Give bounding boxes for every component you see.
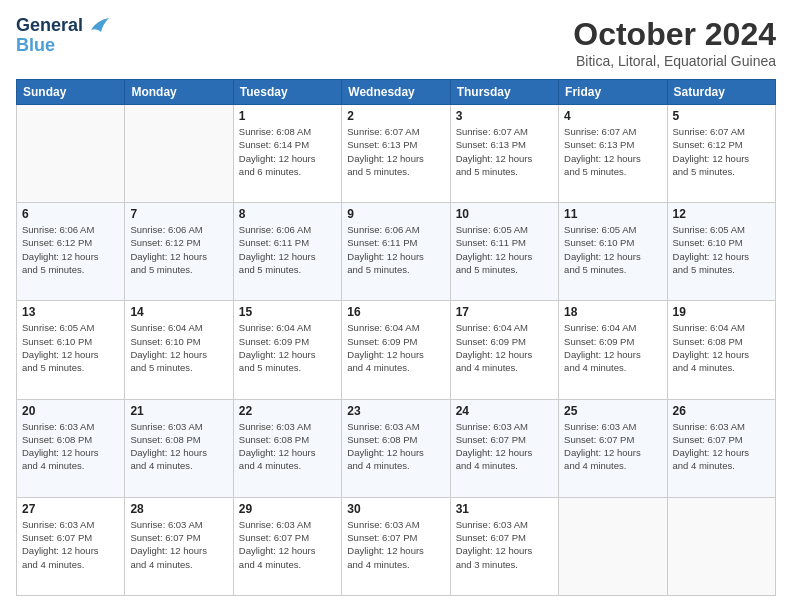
day-header-monday: Monday — [125, 80, 233, 105]
day-info: Sunrise: 6:03 AM Sunset: 6:07 PM Dayligh… — [564, 420, 661, 473]
calendar-cell: 5Sunrise: 6:07 AM Sunset: 6:12 PM Daylig… — [667, 105, 775, 203]
day-info: Sunrise: 6:03 AM Sunset: 6:07 PM Dayligh… — [130, 518, 227, 571]
calendar-cell: 18Sunrise: 6:04 AM Sunset: 6:09 PM Dayli… — [559, 301, 667, 399]
calendar-cell: 19Sunrise: 6:04 AM Sunset: 6:08 PM Dayli… — [667, 301, 775, 399]
day-info: Sunrise: 6:06 AM Sunset: 6:11 PM Dayligh… — [347, 223, 444, 276]
calendar-week-row: 27Sunrise: 6:03 AM Sunset: 6:07 PM Dayli… — [17, 497, 776, 595]
day-info: Sunrise: 6:05 AM Sunset: 6:10 PM Dayligh… — [22, 321, 119, 374]
day-number: 15 — [239, 305, 336, 319]
calendar-cell: 13Sunrise: 6:05 AM Sunset: 6:10 PM Dayli… — [17, 301, 125, 399]
calendar-cell: 15Sunrise: 6:04 AM Sunset: 6:09 PM Dayli… — [233, 301, 341, 399]
day-info: Sunrise: 6:03 AM Sunset: 6:08 PM Dayligh… — [347, 420, 444, 473]
day-info: Sunrise: 6:07 AM Sunset: 6:13 PM Dayligh… — [456, 125, 553, 178]
day-header-thursday: Thursday — [450, 80, 558, 105]
calendar-cell: 8Sunrise: 6:06 AM Sunset: 6:11 PM Daylig… — [233, 203, 341, 301]
day-header-wednesday: Wednesday — [342, 80, 450, 105]
calendar-week-row: 13Sunrise: 6:05 AM Sunset: 6:10 PM Dayli… — [17, 301, 776, 399]
calendar-header-row: SundayMondayTuesdayWednesdayThursdayFrid… — [17, 80, 776, 105]
day-number: 24 — [456, 404, 553, 418]
day-number: 3 — [456, 109, 553, 123]
day-header-tuesday: Tuesday — [233, 80, 341, 105]
day-number: 27 — [22, 502, 119, 516]
calendar-cell: 7Sunrise: 6:06 AM Sunset: 6:12 PM Daylig… — [125, 203, 233, 301]
calendar-cell: 28Sunrise: 6:03 AM Sunset: 6:07 PM Dayli… — [125, 497, 233, 595]
logo: General Blue — [16, 16, 111, 56]
day-number: 31 — [456, 502, 553, 516]
day-info: Sunrise: 6:07 AM Sunset: 6:12 PM Dayligh… — [673, 125, 770, 178]
calendar-cell: 27Sunrise: 6:03 AM Sunset: 6:07 PM Dayli… — [17, 497, 125, 595]
calendar-cell: 12Sunrise: 6:05 AM Sunset: 6:10 PM Dayli… — [667, 203, 775, 301]
day-number: 21 — [130, 404, 227, 418]
calendar-cell — [17, 105, 125, 203]
location-subtitle: Bitica, Litoral, Equatorial Guinea — [573, 53, 776, 69]
day-number: 18 — [564, 305, 661, 319]
day-number: 14 — [130, 305, 227, 319]
day-info: Sunrise: 6:03 AM Sunset: 6:07 PM Dayligh… — [347, 518, 444, 571]
calendar-cell — [559, 497, 667, 595]
day-info: Sunrise: 6:03 AM Sunset: 6:07 PM Dayligh… — [22, 518, 119, 571]
page: General Blue October 2024 Bitica, Litora… — [0, 0, 792, 612]
month-title: October 2024 — [573, 16, 776, 53]
day-number: 20 — [22, 404, 119, 418]
day-header-friday: Friday — [559, 80, 667, 105]
day-number: 10 — [456, 207, 553, 221]
calendar-cell: 30Sunrise: 6:03 AM Sunset: 6:07 PM Dayli… — [342, 497, 450, 595]
calendar-week-row: 1Sunrise: 6:08 AM Sunset: 6:14 PM Daylig… — [17, 105, 776, 203]
calendar-cell: 24Sunrise: 6:03 AM Sunset: 6:07 PM Dayli… — [450, 399, 558, 497]
day-info: Sunrise: 6:05 AM Sunset: 6:10 PM Dayligh… — [564, 223, 661, 276]
day-number: 28 — [130, 502, 227, 516]
calendar-cell: 17Sunrise: 6:04 AM Sunset: 6:09 PM Dayli… — [450, 301, 558, 399]
day-info: Sunrise: 6:08 AM Sunset: 6:14 PM Dayligh… — [239, 125, 336, 178]
day-info: Sunrise: 6:06 AM Sunset: 6:12 PM Dayligh… — [22, 223, 119, 276]
day-info: Sunrise: 6:04 AM Sunset: 6:09 PM Dayligh… — [239, 321, 336, 374]
day-header-sunday: Sunday — [17, 80, 125, 105]
day-info: Sunrise: 6:03 AM Sunset: 6:07 PM Dayligh… — [456, 518, 553, 571]
day-info: Sunrise: 6:06 AM Sunset: 6:11 PM Dayligh… — [239, 223, 336, 276]
calendar-cell: 31Sunrise: 6:03 AM Sunset: 6:07 PM Dayli… — [450, 497, 558, 595]
calendar-cell: 16Sunrise: 6:04 AM Sunset: 6:09 PM Dayli… — [342, 301, 450, 399]
logo-bird-icon — [89, 16, 111, 36]
day-number: 1 — [239, 109, 336, 123]
day-number: 17 — [456, 305, 553, 319]
day-info: Sunrise: 6:04 AM Sunset: 6:09 PM Dayligh… — [456, 321, 553, 374]
calendar-cell: 20Sunrise: 6:03 AM Sunset: 6:08 PM Dayli… — [17, 399, 125, 497]
logo-general: General — [16, 15, 83, 35]
day-number: 19 — [673, 305, 770, 319]
day-number: 6 — [22, 207, 119, 221]
day-number: 12 — [673, 207, 770, 221]
day-number: 9 — [347, 207, 444, 221]
day-number: 16 — [347, 305, 444, 319]
day-info: Sunrise: 6:04 AM Sunset: 6:08 PM Dayligh… — [673, 321, 770, 374]
day-number: 22 — [239, 404, 336, 418]
day-number: 8 — [239, 207, 336, 221]
calendar-cell: 10Sunrise: 6:05 AM Sunset: 6:11 PM Dayli… — [450, 203, 558, 301]
calendar-cell: 4Sunrise: 6:07 AM Sunset: 6:13 PM Daylig… — [559, 105, 667, 203]
day-number: 7 — [130, 207, 227, 221]
day-info: Sunrise: 6:04 AM Sunset: 6:10 PM Dayligh… — [130, 321, 227, 374]
calendar-cell: 29Sunrise: 6:03 AM Sunset: 6:07 PM Dayli… — [233, 497, 341, 595]
calendar-cell: 25Sunrise: 6:03 AM Sunset: 6:07 PM Dayli… — [559, 399, 667, 497]
day-number: 2 — [347, 109, 444, 123]
calendar-cell: 3Sunrise: 6:07 AM Sunset: 6:13 PM Daylig… — [450, 105, 558, 203]
day-number: 4 — [564, 109, 661, 123]
calendar-cell: 9Sunrise: 6:06 AM Sunset: 6:11 PM Daylig… — [342, 203, 450, 301]
day-number: 30 — [347, 502, 444, 516]
day-number: 26 — [673, 404, 770, 418]
day-info: Sunrise: 6:03 AM Sunset: 6:08 PM Dayligh… — [130, 420, 227, 473]
day-number: 13 — [22, 305, 119, 319]
day-info: Sunrise: 6:04 AM Sunset: 6:09 PM Dayligh… — [347, 321, 444, 374]
day-number: 29 — [239, 502, 336, 516]
day-number: 5 — [673, 109, 770, 123]
calendar-cell — [125, 105, 233, 203]
calendar-cell — [667, 497, 775, 595]
day-info: Sunrise: 6:05 AM Sunset: 6:10 PM Dayligh… — [673, 223, 770, 276]
calendar-cell: 6Sunrise: 6:06 AM Sunset: 6:12 PM Daylig… — [17, 203, 125, 301]
calendar-week-row: 6Sunrise: 6:06 AM Sunset: 6:12 PM Daylig… — [17, 203, 776, 301]
calendar-cell: 1Sunrise: 6:08 AM Sunset: 6:14 PM Daylig… — [233, 105, 341, 203]
title-block: October 2024 Bitica, Litoral, Equatorial… — [573, 16, 776, 69]
day-info: Sunrise: 6:07 AM Sunset: 6:13 PM Dayligh… — [347, 125, 444, 178]
day-info: Sunrise: 6:05 AM Sunset: 6:11 PM Dayligh… — [456, 223, 553, 276]
day-info: Sunrise: 6:04 AM Sunset: 6:09 PM Dayligh… — [564, 321, 661, 374]
calendar-cell: 11Sunrise: 6:05 AM Sunset: 6:10 PM Dayli… — [559, 203, 667, 301]
day-info: Sunrise: 6:03 AM Sunset: 6:07 PM Dayligh… — [673, 420, 770, 473]
